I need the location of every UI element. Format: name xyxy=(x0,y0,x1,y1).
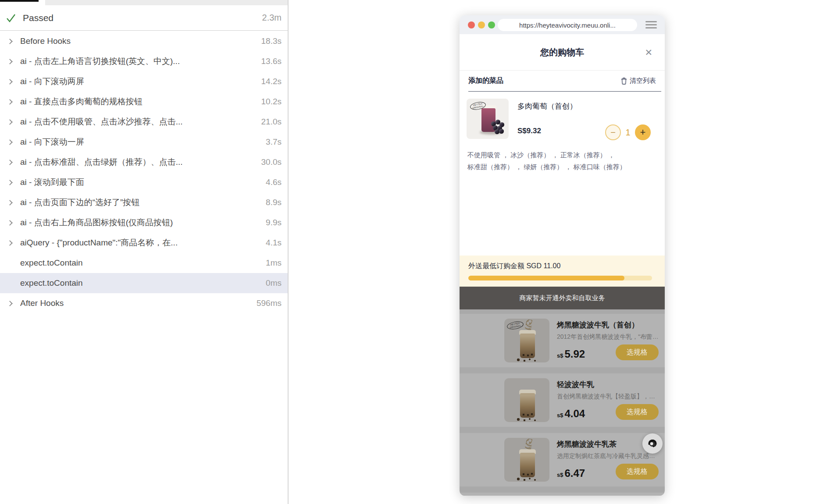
step-duration: 13.6s xyxy=(261,57,282,66)
customer-support-fab[interactable] xyxy=(642,433,663,454)
step-label: ai - 直接点击多肉葡萄的规格按钮 xyxy=(20,96,257,107)
menu-item-desc: 2012年首创烤黑糖波波牛乳，“布蕾珍... xyxy=(557,333,660,341)
step-label: ai - 向下滚动两屏 xyxy=(20,76,257,87)
browser-chrome-bar: https://heyteavivocity.meuu.onli... xyxy=(460,15,665,34)
test-step-row[interactable]: ai - 点击页面下边的“选好了”按钮 8.9s xyxy=(0,192,288,213)
cart-page-header: 您的购物车 ✕ xyxy=(460,34,665,71)
test-step-row[interactable]: aiQuery - {"productName":"商品名称，在... 4.1s xyxy=(0,233,288,253)
test-step-row[interactable]: After Hooks 596ms xyxy=(0,293,288,313)
chevron-right-icon xyxy=(7,79,13,85)
step-label: aiQuery - {"productName":"商品名称，在... xyxy=(20,237,261,248)
menu-item-name: 烤黑糖波波牛乳（首创） xyxy=(557,320,639,330)
min-order-progress-fill xyxy=(468,276,624,280)
cart-section-row: 添加的菜品 清空列表 xyxy=(460,71,665,91)
chevron-right-icon xyxy=(7,59,13,64)
test-step-row[interactable]: ai - 滚动到最下面 4.6s xyxy=(0,172,288,192)
test-step-row[interactable]: Before Hooks 18.3s xyxy=(0,31,288,51)
url-bar[interactable]: https://heyteavivocity.meuu.onli... xyxy=(498,19,637,31)
step-duration: 3.7s xyxy=(266,137,282,147)
step-duration: 4.1s xyxy=(266,238,282,248)
select-spec-button[interactable]: 选规格 xyxy=(616,404,659,420)
step-label: ai - 点击标准甜、点击绿妍（推荐）、点击... xyxy=(20,156,257,168)
chevron-right-icon xyxy=(7,240,13,246)
cart-item-price: S$9.32 xyxy=(517,127,541,135)
screenshot-stage: Passed 2.3m Before Hooks 18.3s ai - 点击左上… xyxy=(0,0,827,504)
menu-icon[interactable] xyxy=(645,21,657,30)
check-icon xyxy=(5,12,17,24)
close-icon[interactable]: ✕ xyxy=(645,48,652,57)
test-step-row[interactable]: ai - 点击标准甜、点击绿妍（推荐）、点击... 30.0s xyxy=(0,152,288,172)
options-line-1: 不使用吸管 ， 冰沙（推荐） ， 正常冰（推荐） ， xyxy=(467,149,659,161)
step-duration: 18.3s xyxy=(261,36,282,46)
phone-browser-window: https://heyteavivocity.meuu.onli... 您的购物… xyxy=(460,15,665,496)
step-duration: 8.9s xyxy=(266,198,282,207)
clear-list-button[interactable]: 清空列表 xyxy=(621,77,656,85)
menu-item-image xyxy=(504,438,549,482)
min-order-text: 外送最低订购金额 SGD 11.00 xyxy=(468,262,560,271)
menu-item-desc: 首创烤黑糖波波牛乳【轻盈版】，慢熬... xyxy=(557,393,660,401)
url-text: https://heyteavivocity.meuu.onli... xyxy=(519,21,616,29)
traffic-light-close[interactable] xyxy=(468,21,475,28)
test-step-row[interactable]: expect.toContain 0ms xyxy=(0,273,288,293)
step-duration: 9.9s xyxy=(266,218,282,227)
step-label: ai - 点击不使用吸管、点击冰沙推荐、点击... xyxy=(20,116,257,128)
store-closed-banner: 商家暂未开通外卖和自取业务 xyxy=(460,287,665,309)
steps-list: Before Hooks 18.3s ai - 点击左上角语言切换按钮(英文、中… xyxy=(0,31,288,313)
test-step-row[interactable]: ai - 点击右上角商品图标按钮(仅商品按钮) 9.9s xyxy=(0,213,288,233)
step-duration: 30.0s xyxy=(261,157,282,167)
step-label: ai - 点击右上角商品图标按钮(仅商品按钮) xyxy=(20,217,261,228)
min-order-progress-track xyxy=(468,276,652,280)
options-line-2: 标准甜（推荐） ， 绿妍（推荐） ， 标准口味（推荐） xyxy=(467,161,659,173)
currency-label: s$ xyxy=(557,412,563,419)
step-duration: 14.2s xyxy=(261,77,282,86)
menu-item-price: s$6.47 xyxy=(557,467,585,479)
currency-label: s$ xyxy=(557,472,563,478)
currency-label: s$ xyxy=(557,352,563,359)
active-tab-indicator xyxy=(0,0,39,2)
cart-item-name: 多肉葡萄（首创） xyxy=(517,101,577,111)
test-step-row[interactable]: ai - 点击左上角语言切换按钮(英文、中文)... 13.6s xyxy=(0,51,288,71)
step-label: expect.toContain xyxy=(20,258,261,268)
menu-item-card: 烤黑糖波波牛乳茶 选用定制焗红茶底与冷藏牛乳灵感特调... s$6.47 选规格 xyxy=(460,433,665,486)
menu-item-image: HEYTEA ORIGINAL xyxy=(504,319,549,362)
menu-item-card: 芋泥牛乳茶 xyxy=(460,493,665,496)
menu-item-name: 烤黑糖波波牛乳茶 xyxy=(557,439,617,449)
traffic-light-zoom[interactable] xyxy=(488,21,495,28)
test-step-row[interactable]: ai - 向下滚动两屏 14.2s xyxy=(0,71,288,92)
quantity-value: 1 xyxy=(623,128,633,138)
chevron-right-icon xyxy=(7,119,13,125)
chevron-right-icon xyxy=(7,39,13,44)
test-step-row[interactable]: ai - 点击不使用吸管、点击冰沙推荐、点击... 21.0s xyxy=(0,112,288,132)
trash-icon xyxy=(621,78,627,85)
step-duration: 1ms xyxy=(266,258,282,268)
step-label: Before Hooks xyxy=(20,36,257,46)
quantity-plus-button[interactable]: + xyxy=(635,124,651,140)
chevron-right-icon xyxy=(7,139,13,145)
step-duration: 10.2s xyxy=(261,97,282,106)
test-report-panel: Passed 2.3m Before Hooks 18.3s ai - 点击左上… xyxy=(0,0,289,504)
test-status-row[interactable]: Passed 2.3m xyxy=(0,5,288,31)
step-label: expect.toContain xyxy=(20,278,261,288)
quantity-minus-button[interactable]: − xyxy=(605,124,621,140)
headset-person-icon xyxy=(646,437,659,450)
price-amount: 4.04 xyxy=(564,408,585,419)
status-label: Passed xyxy=(23,13,262,23)
traffic-light-minimize[interactable] xyxy=(478,21,485,28)
step-label: After Hooks xyxy=(20,298,252,308)
page-title: 您的购物车 xyxy=(540,46,584,58)
status-duration: 2.3m xyxy=(262,13,282,23)
step-duration: 4.6s xyxy=(266,177,282,187)
step-label: ai - 向下滚动一屏 xyxy=(20,136,261,148)
chevron-right-icon xyxy=(7,160,13,165)
test-step-row[interactable]: ai - 直接点击多肉葡萄的规格按钮 10.2s xyxy=(0,92,288,112)
step-label: ai - 点击左上角语言切换按钮(英文、中文)... xyxy=(20,56,257,67)
menu-item-price: s$4.04 xyxy=(557,408,585,420)
select-spec-button[interactable]: 选规格 xyxy=(616,464,659,479)
cart-item-image: HEYTEA ORIGINAL xyxy=(467,99,509,139)
test-step-row[interactable]: ai - 向下滚动一屏 3.7s xyxy=(0,132,288,152)
select-spec-button[interactable]: 选规格 xyxy=(616,344,659,360)
cart-item-options: 不使用吸管 ， 冰沙（推荐） ， 正常冰（推荐） ， 标准甜（推荐） ， 绿妍（… xyxy=(467,149,659,173)
clear-list-label: 清空列表 xyxy=(630,77,656,85)
chevron-right-icon xyxy=(7,220,13,226)
test-step-row[interactable]: expect.toContain 1ms xyxy=(0,253,288,273)
